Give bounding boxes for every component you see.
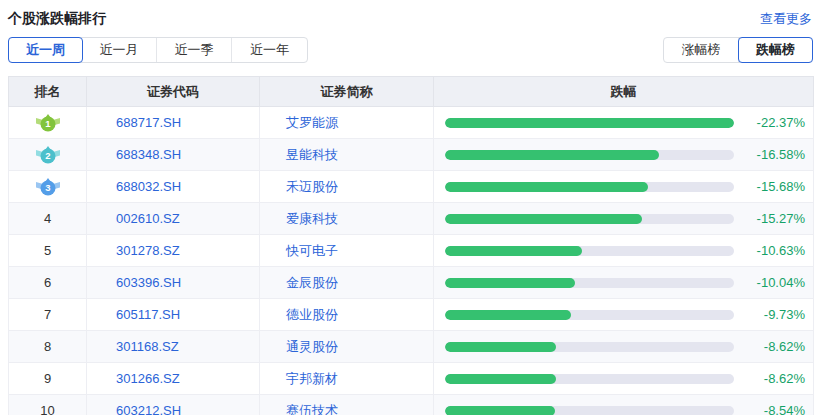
rank-number: 4 (44, 211, 51, 226)
bar-track (445, 374, 734, 384)
rank-3-medal-icon: 3 (35, 178, 61, 196)
table-row: 2 688348.SH 昱能科技 -16.58% (9, 139, 814, 171)
table-row: 7 605117.SH 德业股份 -9.73% (9, 299, 814, 331)
change-value: -8.62% (734, 339, 805, 354)
stock-name-link[interactable]: 德业股份 (286, 307, 338, 322)
bar-fill (445, 182, 648, 192)
change-value: -9.73% (734, 307, 805, 322)
tab-losers-board[interactable]: 跌幅榜 (738, 37, 813, 63)
stock-name-link[interactable]: 艾罗能源 (286, 115, 338, 130)
stock-code-link[interactable]: 688717.SH (116, 115, 181, 130)
svg-text:2: 2 (45, 150, 50, 161)
bar-fill (445, 246, 582, 256)
stock-code-link[interactable]: 605117.SH (116, 307, 180, 322)
change-value: -10.63% (734, 243, 805, 258)
tab-period-week[interactable]: 近一周 (8, 37, 83, 63)
tab-gainers-board[interactable]: 涨幅榜 (664, 38, 739, 62)
rank-number: 7 (44, 307, 51, 322)
stock-name-link[interactable]: 昱能科技 (286, 147, 338, 162)
change-value: -16.58% (734, 147, 805, 162)
bar-fill (445, 118, 734, 128)
change-value: -15.27% (734, 211, 805, 226)
stock-code-link[interactable]: 688348.SH (116, 147, 181, 162)
rank-number: 10 (40, 403, 54, 415)
bar-fill (445, 214, 642, 224)
rank-number: 9 (44, 371, 51, 386)
stock-code-link[interactable]: 603212.SH (116, 403, 181, 415)
stock-code-link[interactable]: 301278.SZ (116, 243, 180, 258)
rank-number: 6 (44, 275, 51, 290)
stock-name-link[interactable]: 金辰股份 (286, 275, 338, 290)
bar-fill (445, 374, 556, 384)
bar-fill (445, 278, 575, 288)
table-row: 5 301278.SZ 快可电子 -10.63% (9, 235, 814, 267)
stock-name-link[interactable]: 禾迈股份 (286, 179, 338, 194)
period-tabs: 近一周 近一月 近一季 近一年 (8, 37, 308, 63)
table-row: 9 301266.SZ 宇邦新材 -8.62% (9, 363, 814, 395)
tab-period-month[interactable]: 近一月 (82, 38, 157, 62)
stock-code-link[interactable]: 688032.SH (116, 179, 181, 194)
change-value: -8.54% (734, 403, 805, 415)
bar-track (445, 150, 734, 160)
table-row: 3 688032.SH 禾迈股份 -15.68% (9, 171, 814, 203)
controls-row: 近一周 近一月 近一季 近一年 涨幅榜 跌幅榜 (8, 37, 813, 63)
rank-number: 8 (44, 339, 51, 354)
stock-code-link[interactable]: 301266.SZ (116, 371, 180, 386)
stock-name-link[interactable]: 快可电子 (286, 243, 338, 258)
stock-code-link[interactable]: 301168.SZ (116, 339, 179, 354)
tab-period-quarter[interactable]: 近一季 (157, 38, 232, 62)
stock-code-link[interactable]: 002610.SZ (116, 211, 180, 226)
change-value: -15.68% (734, 179, 805, 194)
table-row: 10 603212.SH 赛伍技术 -8.54% (9, 395, 814, 415)
stock-code-link[interactable]: 603396.SH (116, 275, 181, 290)
bar-fill (445, 342, 556, 352)
table-row: 4 002610.SZ 爱康科技 -15.27% (9, 203, 814, 235)
change-value: -8.62% (734, 371, 805, 386)
table-row: 6 603396.SH 金辰股份 -10.04% (9, 267, 814, 299)
table-row: 1 688717.SH 艾罗能源 -22.37% (9, 107, 814, 139)
bar-track (445, 118, 734, 128)
rank-1-medal-icon: 1 (35, 114, 61, 132)
rank-2-medal-icon: 2 (35, 146, 61, 164)
bar-track (445, 278, 734, 288)
stock-name-link[interactable]: 赛伍技术 (286, 403, 338, 415)
bar-fill (445, 310, 571, 320)
column-header-change: 跌幅 (434, 77, 814, 107)
rank-number: 5 (44, 243, 51, 258)
table-row: 8 301168.SZ 通灵股份 -8.62% (9, 331, 814, 363)
table-header-row: 排名 证券代码 证券简称 跌幅 (9, 77, 814, 107)
stock-name-link[interactable]: 宇邦新材 (286, 371, 338, 386)
column-header-rank: 排名 (9, 77, 87, 107)
change-value: -22.37% (734, 115, 805, 130)
ranking-table: 排名 证券代码 证券简称 跌幅 1 688717.SH 艾罗能源 -22.37%… (8, 76, 814, 415)
svg-text:1: 1 (45, 118, 51, 129)
bar-track (445, 342, 734, 352)
bar-track (445, 214, 734, 224)
page-title: 个股涨跌幅排行 (8, 10, 106, 28)
bar-track (445, 246, 734, 256)
bar-fill (445, 406, 555, 415)
change-value: -10.04% (734, 275, 805, 290)
board-toggle: 涨幅榜 跌幅榜 (663, 37, 813, 63)
svg-text:3: 3 (45, 182, 50, 193)
bar-track (445, 182, 734, 192)
topbar: 个股涨跌幅排行 查看更多 (0, 0, 821, 28)
stock-name-link[interactable]: 通灵股份 (286, 339, 338, 354)
bar-track (445, 406, 734, 415)
column-header-name: 证券简称 (260, 77, 434, 107)
tab-period-year[interactable]: 近一年 (232, 38, 307, 62)
bar-fill (445, 150, 659, 160)
column-header-code: 证券代码 (87, 77, 260, 107)
view-more-link[interactable]: 查看更多 (760, 10, 812, 28)
bar-track (445, 310, 734, 320)
stock-name-link[interactable]: 爱康科技 (286, 211, 338, 226)
